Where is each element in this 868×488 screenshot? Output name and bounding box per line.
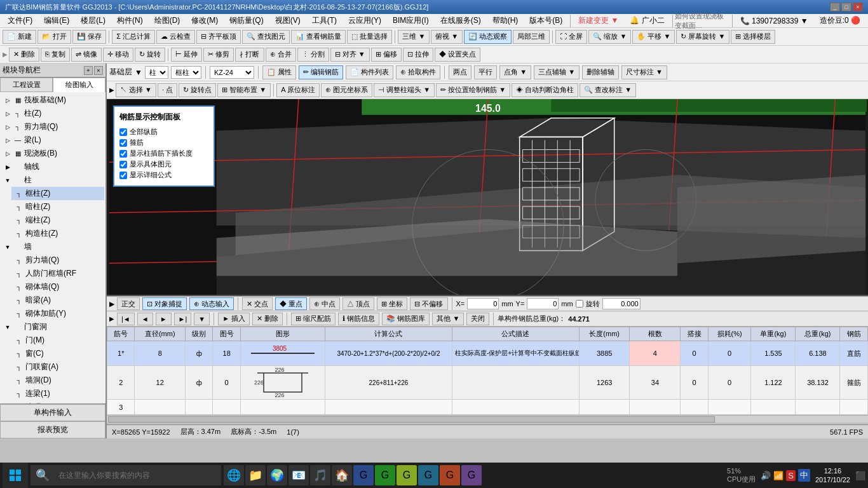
auto-corner-btn[interactable]: ◈ 自动判断边角柱 [512,83,578,97]
report-preview-btn[interactable]: 报表预览 [0,421,105,438]
taskbar-explorer-icon[interactable]: 📁 [245,465,266,485]
menu-user[interactable]: 🔔 广小二 [625,14,669,27]
edit-rebar-btn[interactable]: ✏ 编辑钢筋 [299,65,343,79]
tree-item-slab[interactable]: ▷ ▦ 现浇板(B) [1,147,104,160]
menu-new-change[interactable]: 新建变更 ▼ [573,14,623,27]
offset-button[interactable]: ⊞ 偏移 [371,48,402,62]
table-row[interactable]: 2 12 ф 0 [107,366,868,400]
nav-first-btn[interactable]: |◄ [117,313,135,325]
taskbar-home-icon[interactable]: 🏠 [332,465,352,485]
volume-icon[interactable]: 🔊 [761,471,771,480]
extend-button[interactable]: ⊢ 延伸 [171,48,202,62]
taskbar-app6-icon[interactable]: G [461,465,482,485]
3d-button[interactable]: 三维 ▼ [398,30,430,44]
menu-tools[interactable]: 工具(T) [307,14,342,27]
tree-item-defensewall[interactable]: ┐ 人防门框墙(RF [11,267,104,280]
category-select[interactable]: 框柱 [171,66,201,79]
point-angle-btn[interactable]: 点角 ▼ [499,65,531,79]
expand-column[interactable]: ▷ [4,110,11,118]
tab-settings[interactable]: 工程设置 [0,78,53,92]
move-button[interactable]: ✛ 移动 [103,48,133,62]
menu-component[interactable]: 构件(N) [112,14,148,27]
expand-col-group[interactable]: ▼ [4,177,11,184]
trim-button[interactable]: ✂ 修剪 [203,48,234,62]
delete-rebar-btn[interactable]: ✕ 删除 [252,313,283,325]
ime-zhong-icon[interactable]: 中 [798,469,810,482]
save-button[interactable]: 💾 保存 [72,30,106,44]
rotate-button[interactable]: ↻ 旋转 [135,48,165,62]
snap-nooffset-btn[interactable]: ⊟ 不偏移 [410,297,447,310]
local-3d-button[interactable]: 局部三维 [513,30,550,44]
other-btn[interactable]: 其他 ▼ [432,313,464,325]
taskbar-ie-icon[interactable]: 🌐 [224,465,244,485]
zoom-button[interactable]: 🔍 缩放 ▼ [588,30,631,44]
close-rebar-btn[interactable]: 关闭 [466,313,489,325]
single-component-btn[interactable]: 单构件输入 [0,404,105,421]
nav-last-btn[interactable]: ►| [174,313,192,325]
expand-wall-group[interactable]: ▼ [4,243,11,251]
align-button[interactable]: ⊟ 对齐 ▼ [330,48,370,62]
dynamic-view-button[interactable]: 🔄 动态观察 [464,30,512,44]
tree-item-hiddenbeam[interactable]: ┐ 暗梁(A) [11,294,104,307]
new-button[interactable]: 📄 新建 [3,30,36,44]
window-controls[interactable]: _ □ × [830,3,863,11]
snap-dynamic-btn[interactable]: ⊕ 动态输入 [189,297,234,310]
search-container[interactable]: 🔍 [31,465,221,485]
tree-item-col-group[interactable]: ▼ 柱 [1,173,104,187]
snap-object-btn[interactable]: ⊡ 对象捕捉 [142,297,187,310]
coord-system-btn[interactable]: ⊕ 图元坐标系 [321,83,372,97]
element-select[interactable]: KZ-24 [210,66,254,79]
taskbar-app1-icon[interactable]: G [353,465,374,485]
expand-shearwall[interactable]: ▷ [4,123,11,131]
snap-cross-btn[interactable]: ✕ 交点 [242,297,273,310]
adj-col-end-btn[interactable]: ⊣ 调整柱端头 ▼ [374,83,435,97]
3d-viewport[interactable]: 145.0 X Z Y 钢筋显示控制面板 全部纵筋 [107,99,868,296]
tree-item-framecol[interactable]: ┐ 框柱(Z) [11,187,104,200]
clock[interactable]: 12:16 2017/10/22 [815,466,850,485]
menu-online[interactable]: 在线服务(S) [435,14,486,27]
rotate-input[interactable] [602,298,641,309]
snap-midpoint-btn[interactable]: ◆ 重点 [275,297,307,310]
calc-button[interactable]: Σ 汇总计算 [112,30,155,44]
nav-down-btn[interactable]: ▼ [194,313,210,325]
tree-item-constcol[interactable]: ┐ 构造柱(Z) [11,227,104,240]
show-desktop-icon[interactable]: ⬛ [855,471,865,480]
tree-item-opening-group[interactable]: ▼ 门窗洞 [1,320,104,334]
menu-cost[interactable]: 造价豆:0 🔴 [815,14,865,27]
tree-item-joint[interactable]: ┐ 连梁(1) [11,387,104,400]
ime-s-icon[interactable]: S [786,470,796,481]
tree-item-beam[interactable]: ▷ — 梁(L) [1,133,104,147]
scale-rebar-btn[interactable]: ⊞ 缩尺配筋 [291,313,336,325]
menu-phone[interactable]: 📞 13907298339 ▼ [735,15,813,27]
snap-coord-btn[interactable]: ⊞ 坐标 [377,297,407,310]
tree-item-axis[interactable]: ▶ 轴线 [1,160,104,173]
orig-label-btn[interactable]: A 原位标注 [276,83,320,97]
fullscreen-button[interactable]: ⛶ 全屏 [555,30,587,44]
menu-rebar-qty[interactable]: 钢筋量(Q) [224,14,268,27]
tree-item-door[interactable]: ┐ 门(M) [11,334,104,347]
rotate-checkbox[interactable] [576,300,583,308]
find-element-button[interactable]: 🔍 查找图元 [242,30,290,44]
tree-item-shearwall2[interactable]: ┐ 剪力墙(Q) [11,254,104,267]
start-button[interactable] [3,463,28,488]
delete-button[interactable]: ✕ 删除 [9,48,39,62]
nav-prev-btn[interactable]: ◄ [137,313,153,325]
three-point-btn[interactable]: 三点辅轴 ▼ [534,65,580,79]
check-label-btn[interactable]: 🔍 查改标注 ▼ [580,83,636,97]
taskbar-search[interactable] [53,465,216,485]
scrollbar-thumb-h[interactable] [108,416,715,423]
expand-opening-group[interactable]: ▼ [4,323,11,331]
menu-edit[interactable]: 编辑(E) [39,14,74,27]
expand-beam[interactable]: ▷ [4,137,11,144]
table-row[interactable]: 1* 8 ф 18 3805 [107,341,868,366]
view-rebar-button[interactable]: 📊 查看钢筋量 [291,30,346,44]
cloud-check-button[interactable]: ☁ 云检查 [156,30,195,44]
dim-btn[interactable]: 尺寸标注 ▼ [621,65,667,79]
select-btn[interactable]: ↖ 选择 ▼ [116,83,156,97]
menu-file[interactable]: 文件(F) [3,14,37,27]
y-input[interactable] [527,298,559,309]
break-button[interactable]: ∤ 打断 [235,48,264,62]
nav-ctrl-add[interactable]: + [84,66,93,75]
close-button[interactable]: × [853,3,863,11]
copy-button[interactable]: ⎘ 复制 [41,48,70,62]
